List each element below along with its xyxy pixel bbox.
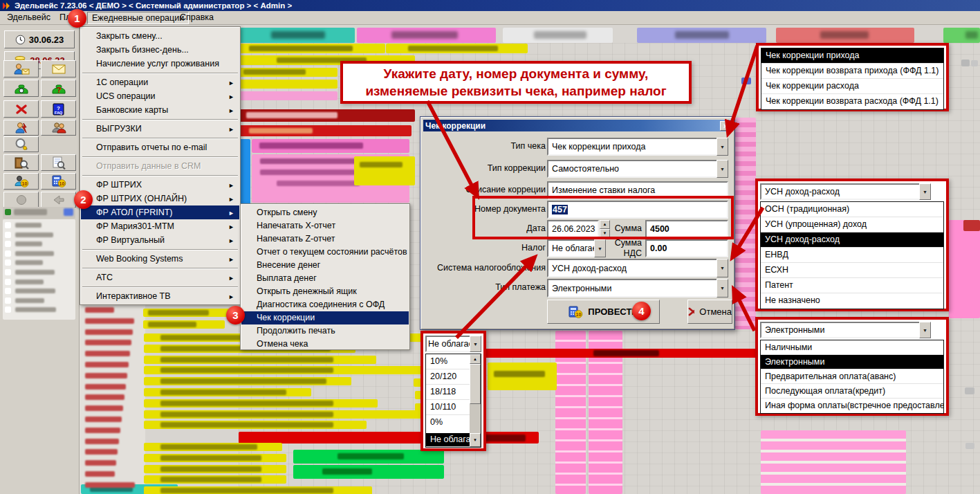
dialog-titlebar[interactable]: Чек коррекции × xyxy=(423,120,733,131)
check-type-combo[interactable]: Чек коррекции прихода▼ xyxy=(547,138,728,156)
list-item[interactable]: Наличными xyxy=(761,340,943,355)
scrollbar-thumb[interactable] xyxy=(470,364,481,404)
faq-button[interactable]: ?FAQ xyxy=(41,100,76,118)
submenu-item-open-shift[interactable]: Открыть смену xyxy=(241,206,409,219)
chevron-down-icon[interactable]: ▼ xyxy=(716,259,728,277)
tariff-10-icon: 10 xyxy=(14,175,29,187)
payment-type-combo-open[interactable]: Электронными▼ xyxy=(760,322,931,338)
menubar-item-edelweiss[interactable]: Эдельвейс xyxy=(3,12,55,24)
chevron-down-icon[interactable]: ▼ xyxy=(716,138,728,156)
menubar-item-daily-operations[interactable]: Ежедневные операции xyxy=(87,12,189,24)
menu-separator xyxy=(81,117,239,122)
list-item[interactable]: Не назначено xyxy=(761,293,943,309)
list-item[interactable]: Патент xyxy=(761,278,943,293)
list-item[interactable]: ЕНВД xyxy=(761,248,943,263)
chevron-down-icon[interactable]: ▼ xyxy=(470,336,481,352)
menu-item-fr-shtrih[interactable]: ФР ШТРИХ► xyxy=(81,178,239,192)
chevron-down-icon[interactable]: ▼ xyxy=(919,183,931,200)
calendar-block xyxy=(239,80,338,89)
submenu-item-open-cash-drawer[interactable]: Открыть денежный ящик xyxy=(241,285,409,298)
sidebar-list-item xyxy=(15,280,44,284)
phone-help-button[interactable]: ? xyxy=(41,80,76,97)
menu-item-fr-maria301[interactable]: ФР Мария301-МТМ► xyxy=(81,219,239,233)
scrollbar-up-icon[interactable]: ▲ xyxy=(470,354,481,364)
list-item[interactable]: Последующая оплата(кредит) xyxy=(761,384,943,399)
menu-item-ucs-operations[interactable]: UCS операции► xyxy=(81,89,239,103)
menu-item-accrue-lodging[interactable]: Начисление услуг проживания xyxy=(81,57,239,71)
tariff-button[interactable]: 10 xyxy=(3,173,39,190)
list-item[interactable]: ЕСХН xyxy=(761,263,943,278)
submenu-item-correction-check[interactable]: Чек коррекции xyxy=(241,311,409,324)
submenu-item-cash-in[interactable]: Внесение денег xyxy=(241,259,409,272)
current-date-button[interactable]: 30.06.23 xyxy=(4,30,75,48)
list-item[interactable]: 18/118 xyxy=(426,385,470,400)
menu-item-bank-cards[interactable]: Банковские карты► xyxy=(81,103,239,117)
cancel-button[interactable]: Отмена xyxy=(687,300,732,324)
menu-item-fr-virtual[interactable]: ФР Виртуальный► xyxy=(81,233,239,247)
calendar-block xyxy=(961,60,970,66)
menu-item-web-booking[interactable]: Web Booking Systems► xyxy=(81,252,239,266)
submenu-arrow-icon: ► xyxy=(228,122,234,136)
calendar-block xyxy=(249,128,313,134)
payment-type-combo[interactable]: Электронными▼ xyxy=(547,279,728,298)
calendar-block xyxy=(85,482,135,488)
guests-button[interactable] xyxy=(41,120,76,136)
phone-search-button[interactable] xyxy=(3,80,39,97)
menu-item-interactive-tv[interactable]: Интерактивное ТВ► xyxy=(81,289,239,303)
mail-button[interactable] xyxy=(41,60,76,77)
submenu-item-cancel-check[interactable]: Отмена чека xyxy=(241,338,409,351)
menu-item-close-business-day[interactable]: Закрыть бизнес-день... xyxy=(81,43,239,57)
list-item[interactable]: Чек коррекции прихода xyxy=(761,48,943,64)
menu-item-fr-shtrih-online[interactable]: ФР ШТРИХ (ОНЛАЙН)► xyxy=(81,192,239,205)
chevron-down-icon[interactable]: ▼ xyxy=(716,279,728,298)
menu-item-fr-atol-fprint[interactable]: ФР АТОЛ (FPRINT)► xyxy=(81,205,239,219)
express-checkin-button[interactable] xyxy=(3,120,39,136)
tax-combo[interactable]: Не облагае▼ xyxy=(547,239,606,257)
list-item[interactable]: 10/110 xyxy=(426,400,470,415)
list-item[interactable]: 10% xyxy=(426,354,470,369)
menu-item-close-shift[interactable]: Закрыть смену... xyxy=(81,29,239,43)
list-item-selected[interactable]: Не облагае xyxy=(426,433,470,447)
tax-system-options-list: ОСН (традиционная) УСН (упрощенная) дохо… xyxy=(760,201,944,309)
search-button[interactable] xyxy=(3,136,39,152)
list-item[interactable]: УСН доход-расход xyxy=(761,232,943,248)
tax-rate-combo-open[interactable]: Не облагае▼ xyxy=(425,336,481,352)
submenu-item-print-x-report[interactable]: Напечатать X-отчет xyxy=(241,219,409,232)
chevron-down-icon[interactable]: ▼ xyxy=(716,160,728,178)
scrollbar-down-icon[interactable]: ▼ xyxy=(470,433,481,447)
calculator-button[interactable]: 10 xyxy=(41,173,76,190)
close-icon[interactable]: × xyxy=(720,121,731,131)
chevron-down-icon[interactable]: ▼ xyxy=(919,322,931,338)
guest-card-button[interactable] xyxy=(3,60,39,77)
submenu-arrow-icon: ► xyxy=(228,206,234,220)
list-item[interactable]: УСН (упрощенная) доход xyxy=(761,217,943,232)
list-item[interactable]: Чек коррекции возврата прихода (ФФД 1.1) xyxy=(761,64,943,79)
list-item[interactable]: Чек коррекции возврата расхода (ФФД 1.1) xyxy=(761,94,943,109)
list-item[interactable]: 20/120 xyxy=(426,369,470,385)
tax-system-combo-open[interactable]: УСН доход-расход▼ xyxy=(760,183,931,200)
list-item[interactable]: Иная форма оплаты(встречное предоставлен… xyxy=(761,399,943,413)
tax-system-combo[interactable]: УСН доход-расход▼ xyxy=(547,259,728,277)
menubar-item-help[interactable]: Справка xyxy=(176,12,218,24)
menu-item-exports[interactable]: ВЫГРУЗКИ► xyxy=(81,122,239,136)
list-item[interactable]: Электронными xyxy=(761,355,943,369)
list-item[interactable]: 0% xyxy=(426,415,470,430)
submenu-item-print-z-report[interactable]: Напечатать Z-отчет xyxy=(241,232,409,246)
svg-text:FAQ: FAQ xyxy=(55,111,63,115)
submenu-item-settlement-report[interactable]: Отчет о текущем состоянии расчётов xyxy=(241,246,409,259)
vat-sum-input[interactable]: 0.00 xyxy=(645,239,728,257)
document-search-button[interactable] xyxy=(41,154,76,171)
room-search-button[interactable] xyxy=(3,154,39,171)
correction-type-combo[interactable]: Самостоятельно▼ xyxy=(547,160,728,178)
submenu-item-ofd-diagnostics[interactable]: Диагностика соединения с ОФД xyxy=(241,298,409,311)
menu-item-1c-operations[interactable]: 1С операции► xyxy=(81,75,239,89)
submenu-item-continue-print[interactable]: Продолжить печать xyxy=(241,324,409,338)
list-item[interactable]: Предварительная оплата(аванс) xyxy=(761,369,943,384)
menu-item-send-reports-email[interactable]: Отправить отчеты по e-mail xyxy=(81,140,239,154)
submenu-item-cash-out[interactable]: Выплата денег xyxy=(241,272,409,285)
menu-item-ats[interactable]: АТС► xyxy=(81,271,239,284)
list-item[interactable]: ОСН (традиционная) xyxy=(761,202,943,217)
delete-button[interactable] xyxy=(3,100,39,118)
list-item[interactable]: Чек коррекции расхода xyxy=(761,79,943,94)
sidebar-list-item xyxy=(5,279,11,285)
